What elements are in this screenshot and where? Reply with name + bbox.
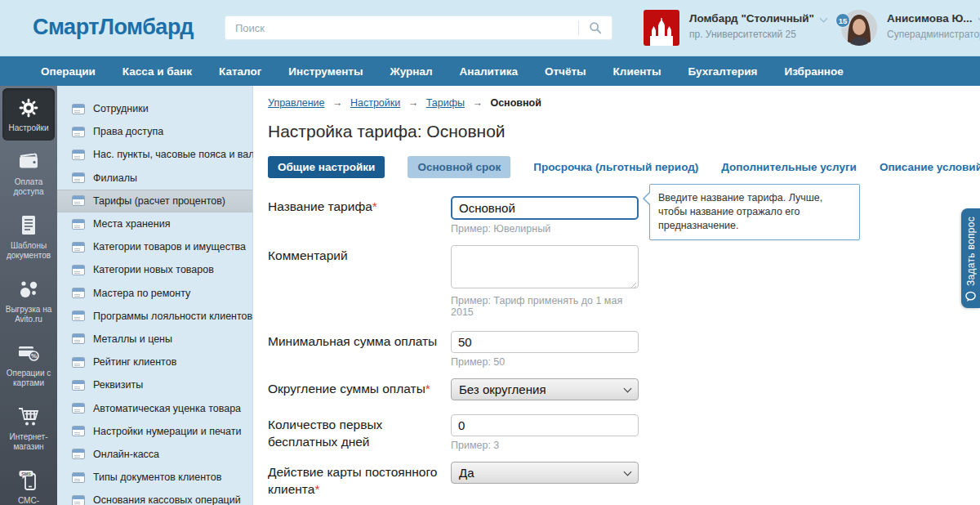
menu-item-client-doc-types[interactable]: Типы документов клиентов bbox=[57, 466, 252, 489]
tariff-name-input[interactable] bbox=[451, 196, 639, 220]
breadcrumb-link-tariffs[interactable]: Тарифы bbox=[426, 97, 465, 109]
window-icon bbox=[72, 195, 85, 206]
search-icon[interactable] bbox=[579, 20, 612, 35]
menu-item-storage-places[interactable]: Места хранения bbox=[57, 212, 252, 235]
comment-textarea[interactable] bbox=[451, 245, 639, 288]
window-icon bbox=[72, 127, 85, 137]
form-row-min-payment: Минимальная сумма оплаты Пример: 50 bbox=[268, 331, 980, 368]
menu-item-cash-operation-reasons[interactable]: Основания кассовых операций bbox=[57, 489, 252, 505]
breadcrumb-link-management[interactable]: Управление bbox=[268, 97, 325, 109]
sidebar-item-label: Настройки bbox=[8, 123, 48, 134]
nav-item-journal[interactable]: Журнал bbox=[390, 65, 432, 78]
tab-bar: Общие настройки Основной срок Просрочка … bbox=[268, 156, 980, 178]
form-row-rounding: Округление суммы оплаты* Без округления bbox=[268, 378, 980, 400]
required-mark: * bbox=[314, 482, 319, 496]
tab-main-term[interactable]: Основной срок bbox=[408, 156, 510, 178]
menu-item-online-cash[interactable]: Онлайн-касса bbox=[57, 443, 252, 466]
field-label: Название тарифа bbox=[268, 199, 372, 213]
nav-item-reports[interactable]: Отчёты bbox=[545, 65, 586, 78]
free-days-input[interactable] bbox=[451, 414, 639, 436]
window-icon bbox=[72, 472, 85, 483]
breadcrumb-current: Основной bbox=[490, 97, 541, 109]
svg-text:%: % bbox=[31, 352, 37, 360]
tab-terms-description[interactable]: Описание условий bbox=[880, 161, 980, 173]
notification-badge[interactable]: 15 bbox=[835, 13, 850, 28]
menu-item-access-rights[interactable]: Права доступа bbox=[57, 120, 252, 143]
sidebar-item-label: Шаблоны документов bbox=[4, 241, 53, 261]
sidebar-item-label: Интернет-магазин bbox=[4, 432, 53, 453]
ask-question-label: Задать вопрос bbox=[965, 217, 977, 286]
nav-item-tools[interactable]: Инструменты bbox=[288, 65, 363, 78]
nav-item-catalog[interactable]: Каталог bbox=[219, 65, 261, 78]
menu-item-numbering-print[interactable]: Настройки нумерации и печати bbox=[57, 420, 252, 443]
sidebar-item-label: СМС-рассылка bbox=[4, 496, 53, 505]
nav-item-analytics[interactable]: Аналитика bbox=[460, 65, 518, 78]
form-row-free-days: Количество первых бесплатных дней Пример… bbox=[268, 414, 980, 451]
search-box[interactable] bbox=[225, 16, 612, 40]
breadcrumb-link-settings[interactable]: Настройки bbox=[350, 97, 400, 109]
window-icon bbox=[72, 150, 85, 160]
menu-item-new-goods-categories[interactable]: Категории новых товаров bbox=[57, 258, 252, 281]
menu-item-branches[interactable]: Филиалы bbox=[57, 167, 252, 190]
nav-item-accounting[interactable]: Бухгалтерия bbox=[688, 65, 758, 78]
sidebar-item-card-operations[interactable]: % Операции с картами bbox=[2, 333, 55, 396]
breadcrumb-separator: → bbox=[408, 97, 419, 109]
gear-icon bbox=[18, 96, 39, 120]
sidebar-item-online-store[interactable]: Интернет-магазин bbox=[2, 397, 55, 459]
company-switcher[interactable]: Ломбард "Столичный" пр. Университетский … bbox=[644, 10, 827, 46]
wallet-icon bbox=[17, 150, 40, 174]
window-icon bbox=[72, 242, 85, 252]
window-icon bbox=[72, 104, 85, 114]
breadcrumb-separator: → bbox=[332, 97, 343, 109]
window-icon bbox=[72, 172, 85, 183]
menu-item-loyalty-programs[interactable]: Программы лояльности клиентов bbox=[57, 305, 252, 328]
menu-item-repair-masters[interactable]: Мастера по ремонту bbox=[57, 282, 252, 305]
sidebar-item-document-templates[interactable]: Шаблоны документов bbox=[2, 206, 55, 268]
sidebar-item-avito-export[interactable]: Выгрузка на Avito.ru bbox=[2, 270, 55, 332]
required-mark: * bbox=[425, 382, 430, 396]
breadcrumb: Управление → Настройки → Тарифы → Основн… bbox=[268, 97, 980, 109]
menu-item-client-rating[interactable]: Рейтинг клиентов bbox=[57, 351, 252, 373]
field-label: Минимальная сумма оплаты bbox=[268, 334, 437, 348]
search-input[interactable] bbox=[225, 16, 578, 39]
user-menu[interactable]: 15 Анисимова Ю... Суперадминистратор bbox=[841, 10, 980, 46]
nav-item-operations[interactable]: Операции bbox=[41, 65, 96, 78]
chevron-down-icon[interactable] bbox=[821, 15, 827, 21]
form-row-loyalty-card: Действие карты постоянного клиента* Да bbox=[268, 462, 980, 498]
menu-item-auto-markdown[interactable]: Автоматическая уценка товара bbox=[57, 396, 252, 419]
main-content: Управление → Настройки → Тарифы → Основн… bbox=[253, 86, 980, 505]
sidebar-item-sms-mailing[interactable]: SMS СМС-рассылка bbox=[2, 461, 55, 505]
menu-item-requisites[interactable]: Реквизиты bbox=[57, 373, 252, 396]
chat-bubble-icon bbox=[964, 291, 977, 306]
rounding-select[interactable]: Без округления bbox=[451, 378, 639, 400]
chevron-down-icon bbox=[624, 384, 632, 392]
window-icon bbox=[72, 495, 85, 505]
field-label: Действие карты постоянного клиента bbox=[268, 465, 437, 496]
menu-item-goods-categories[interactable]: Категории товаров и имущества bbox=[57, 235, 252, 258]
company-name: Ломбард "Столичный" bbox=[689, 12, 814, 25]
ask-question-button[interactable]: Задать вопрос bbox=[961, 208, 980, 308]
company-logo-icon bbox=[644, 10, 679, 46]
sidebar-item-settings[interactable]: Настройки bbox=[2, 88, 55, 141]
menu-item-metals-prices[interactable]: Металлы и цены bbox=[57, 328, 252, 351]
breadcrumb-separator: → bbox=[472, 97, 483, 109]
menu-item-employees[interactable]: Сотрудники bbox=[57, 97, 252, 120]
nav-item-cash-bank[interactable]: Касса и банк bbox=[122, 65, 192, 78]
window-icon bbox=[72, 333, 85, 344]
loyalty-card-select[interactable]: Да bbox=[451, 462, 639, 484]
settings-menu: Сотрудники Права доступа Нас. пункты, ча… bbox=[57, 86, 253, 505]
nav-item-clients[interactable]: Клиенты bbox=[613, 65, 662, 78]
app-logo: СмартЛомбард bbox=[33, 15, 194, 40]
field-hint: Пример: 50 bbox=[451, 356, 640, 368]
field-hint: Пример: 3 bbox=[451, 440, 640, 451]
window-icon bbox=[72, 357, 85, 368]
nav-item-favorites[interactable]: Избранное bbox=[784, 65, 843, 78]
min-payment-input[interactable] bbox=[451, 331, 639, 353]
menu-item-tariffs[interactable]: Тарифы (расчет процентов) bbox=[57, 190, 252, 212]
icon-sidebar: Настройки Оплата доступа bbox=[0, 86, 57, 505]
tab-overdue-grace-period[interactable]: Просрочка (льготный период) bbox=[533, 161, 698, 173]
sidebar-item-access-payment[interactable]: Оплата доступа bbox=[2, 142, 55, 204]
menu-item-localities-timezones[interactable]: Нас. пункты, часовые пояса и валюты bbox=[57, 143, 252, 166]
tab-general-settings[interactable]: Общие настройки bbox=[268, 156, 385, 178]
tab-additional-services[interactable]: Дополнительные услуги bbox=[721, 161, 857, 173]
